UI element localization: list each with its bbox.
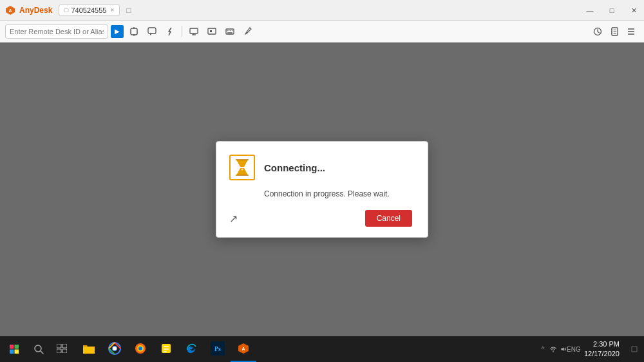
language-indicator[interactable]: ENG xyxy=(569,344,579,354)
start-btn[interactable] xyxy=(0,336,28,362)
svg-point-48 xyxy=(138,347,142,350)
active-tab[interactable]: □ 740524555 × xyxy=(59,5,120,16)
svg-rect-39 xyxy=(57,344,61,348)
taskbar: Ps A ^ xyxy=(0,336,644,362)
svg-rect-50 xyxy=(164,346,169,347)
display-btn[interactable] xyxy=(204,24,220,39)
svg-rect-34 xyxy=(15,345,19,349)
dialog-title: Connecting... xyxy=(264,162,325,173)
svg-text:A: A xyxy=(242,347,245,351)
action-btn[interactable] xyxy=(162,24,178,39)
taskbar-icon-chrome[interactable] xyxy=(102,336,128,362)
dialog-footer: ↗ Cancel xyxy=(229,210,412,227)
search-btn[interactable] xyxy=(28,336,49,362)
svg-rect-52 xyxy=(164,351,167,352)
taskbar-icon-firefox[interactable] xyxy=(128,336,153,362)
wifi-icon[interactable] xyxy=(548,344,558,354)
svg-rect-10 xyxy=(210,30,212,32)
taskbar-icon-anydesk[interactable]: A xyxy=(231,336,256,362)
svg-rect-56 xyxy=(632,347,637,352)
dialog-header: Connecting... xyxy=(229,155,412,180)
svg-point-45 xyxy=(113,347,117,350)
monitor-btn[interactable] xyxy=(186,24,202,39)
svg-rect-36 xyxy=(15,350,19,354)
svg-marker-28 xyxy=(236,160,248,167)
system-tray: ^ ENG 2:30 PM 12/17/2020 xyxy=(538,336,644,362)
svg-rect-6 xyxy=(190,28,198,33)
tray-chevron[interactable]: ^ xyxy=(538,344,548,354)
desktop-area: Connecting... Connection in progress. Pl… xyxy=(0,43,644,336)
taskbar-icon-photoshop[interactable]: Ps xyxy=(205,336,231,362)
hourglass-icon xyxy=(229,155,255,180)
taskbar-icon-edge[interactable] xyxy=(179,336,205,362)
svg-rect-11 xyxy=(226,29,234,34)
tab-icon: □ xyxy=(64,6,68,14)
minimize-btn[interactable]: — xyxy=(580,0,600,21)
svg-marker-55 xyxy=(561,347,564,351)
connecting-dialog: Connecting... Connection in progress. Pl… xyxy=(216,141,428,238)
cancel-btn[interactable]: Cancel xyxy=(365,210,412,227)
taskbar-icon-files[interactable] xyxy=(153,336,179,362)
tab-close-btn[interactable]: × xyxy=(110,6,114,14)
taskbar-pinned-apps: Ps A xyxy=(76,336,256,362)
taskbar-icon-explorer[interactable] xyxy=(76,336,102,362)
system-clock[interactable]: 2:30 PM 12/17/2020 xyxy=(579,337,625,362)
toolbar-sep-1 xyxy=(182,26,182,37)
address-book-btn[interactable] xyxy=(607,24,622,39)
svg-rect-51 xyxy=(164,348,169,350)
svg-rect-35 xyxy=(10,350,14,354)
keyboard-btn[interactable] xyxy=(222,24,238,39)
show-desktop-btn[interactable] xyxy=(625,336,644,362)
chat-btn[interactable] xyxy=(144,24,160,39)
new-tab-btn[interactable]: □ xyxy=(126,6,131,15)
anydesk-logo: A xyxy=(5,5,15,15)
svg-text:A: A xyxy=(8,8,12,13)
dialog-body: Connection in progress. Please wait. xyxy=(229,189,412,198)
title-bar-left: A AnyDesk □ 740524555 × □ xyxy=(5,5,639,16)
remote-id-input[interactable] xyxy=(5,24,108,39)
svg-rect-42 xyxy=(62,349,67,353)
maximize-btn[interactable]: □ xyxy=(601,0,622,21)
clock-date: 12/17/2020 xyxy=(584,349,620,359)
svg-line-38 xyxy=(41,351,43,354)
connect-btn[interactable]: ▶ xyxy=(111,25,124,38)
window-controls: — □ ✕ xyxy=(580,0,644,21)
svg-rect-2 xyxy=(131,28,137,35)
cursor-area: ↗ xyxy=(229,213,238,225)
app-name-label: AnyDesk xyxy=(19,6,52,15)
menu-btn[interactable] xyxy=(623,24,639,39)
clock-time: 2:30 PM xyxy=(584,339,620,349)
toolbar: ▶ xyxy=(0,21,644,43)
svg-rect-5 xyxy=(148,28,156,33)
history-btn[interactable] xyxy=(590,24,605,39)
svg-rect-40 xyxy=(62,344,67,348)
task-view-btn[interactable] xyxy=(49,336,75,362)
svg-point-32 xyxy=(242,169,243,171)
title-bar: A AnyDesk □ 740524555 × □ — □ ✕ xyxy=(0,0,644,21)
close-btn[interactable]: ✕ xyxy=(623,0,644,21)
svg-rect-41 xyxy=(57,349,61,353)
settings-btn[interactable] xyxy=(126,24,142,39)
tab-id-label: 740524555 xyxy=(71,6,106,14)
pen-btn[interactable] xyxy=(240,24,256,39)
svg-rect-33 xyxy=(10,345,14,349)
